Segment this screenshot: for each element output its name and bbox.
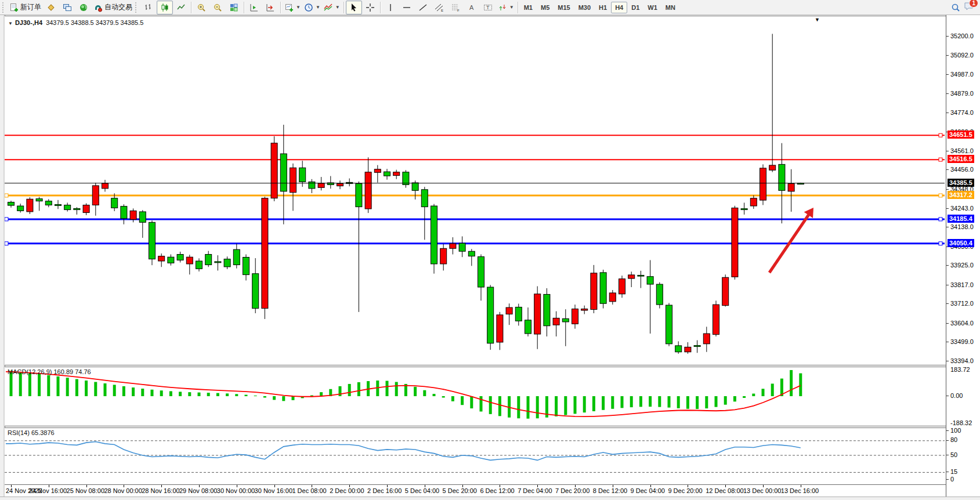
svg-text:A: A <box>469 4 474 11</box>
trendline-icon <box>418 3 428 12</box>
price-tick <box>946 55 949 56</box>
timeframe-m1[interactable]: M1 <box>520 2 537 13</box>
trendline-tool-button[interactable] <box>415 1 431 15</box>
price-tick-label: 35200.0 <box>950 32 974 39</box>
rsi-tick <box>946 455 949 455</box>
time-label: 28 Nov 16:00 <box>142 487 179 494</box>
fibonacci-tool-button[interactable]: F <box>447 1 464 15</box>
package-button[interactable] <box>43 1 59 15</box>
new-order-button[interactable]: 新订单 <box>8 1 43 15</box>
equidistant-channel-icon: E <box>435 3 444 12</box>
status-bar <box>0 497 980 500</box>
new-chart-icon <box>284 3 294 12</box>
mt4-window: 新订单 自动交易 <box>0 0 980 500</box>
time-label: 7 Dec 20:00 <box>555 487 590 494</box>
time-label: 24 Nov 16:00 <box>29 487 67 494</box>
chevron-down-icon: ▼ <box>335 5 340 10</box>
zoom-in-icon <box>197 3 206 12</box>
timeframe-h4[interactable]: H4 <box>611 2 627 13</box>
timeframe-m5[interactable]: M5 <box>537 2 554 13</box>
price-tick <box>946 323 949 324</box>
time-label: 12 Dec 08:00 <box>706 487 743 494</box>
toolbar-grip[interactable] <box>135 2 139 13</box>
notifications-button[interactable]: 1 <box>964 2 974 13</box>
toolbar-grip[interactable] <box>2 2 6 13</box>
price-chart-panel[interactable]: ▼DJ30-,H4 34379.5 34388.5 34379.5 34385.… <box>5 16 946 365</box>
chevron-down-icon: ▼ <box>316 5 320 10</box>
fibonacci-icon: F <box>451 3 460 12</box>
rsi-indicator-panel[interactable]: RSI(14) 65.3876 <box>5 427 946 485</box>
indicators-button[interactable]: ▼ <box>322 1 342 15</box>
clock-icon <box>304 3 313 12</box>
collapse-ohlc-icon[interactable]: ▼ <box>8 21 13 26</box>
zoom-out-button[interactable] <box>209 1 226 15</box>
cursor-icon <box>349 3 359 12</box>
text-icon: A <box>467 3 476 12</box>
market-watch-button[interactable] <box>59 1 75 15</box>
candlestick-mode-button[interactable] <box>157 1 173 15</box>
tile-windows-button[interactable] <box>226 1 242 15</box>
text-label-icon: T <box>483 3 493 12</box>
price-tick-label: 34243.0 <box>950 205 974 212</box>
bar-chart-icon <box>144 3 153 12</box>
rsi-line <box>6 441 801 460</box>
indicators-icon <box>324 3 333 12</box>
text-tool-button[interactable]: A <box>464 1 480 15</box>
macd-indicator-panel[interactable]: MACD(12,26,9) 160.89 74.76 <box>5 367 946 426</box>
auto-trading-icon <box>93 3 103 12</box>
rsi-canvas[interactable] <box>5 428 945 484</box>
macd-canvas[interactable] <box>5 367 945 426</box>
crosshair-icon <box>366 3 375 12</box>
hline-34516.5[interactable] <box>5 158 945 161</box>
timeframe-m30[interactable]: M30 <box>574 2 595 13</box>
hline-34651.5[interactable] <box>5 133 945 137</box>
cursor-tool-button[interactable] <box>346 1 362 15</box>
line-chart-mode-button[interactable] <box>173 1 189 15</box>
new-chart-button[interactable]: ▼ <box>283 1 302 15</box>
timeframe-h1[interactable]: H1 <box>595 2 611 13</box>
auto-trading-button[interactable]: 自动交易 <box>92 1 134 15</box>
horizontal-line-tool-button[interactable] <box>399 1 415 15</box>
time-label: 2 Dec 00:00 <box>330 487 364 494</box>
price-tick <box>946 265 949 266</box>
annotation-arrow[interactable] <box>769 208 813 273</box>
search-icon[interactable] <box>951 3 960 12</box>
channel-tool-button[interactable]: E <box>431 1 447 15</box>
timeframe-mn[interactable]: MN <box>661 2 679 13</box>
chart-shift-icon <box>266 3 275 12</box>
hline-34050.4[interactable] <box>5 242 945 245</box>
periods-button[interactable]: ▼ <box>302 1 322 15</box>
timeframe-w1[interactable]: W1 <box>643 2 661 13</box>
scroll-to-end-icon[interactable]: ▼ <box>815 17 820 23</box>
chart-shift-button[interactable] <box>262 1 279 15</box>
price-tick <box>946 169 949 170</box>
time-axis[interactable]: 24 Nov 202224 Nov 16:0025 Nov 08:0028 No… <box>5 485 946 497</box>
time-label: 6 Dec 12:00 <box>480 487 514 494</box>
hline-34317.2[interactable] <box>5 194 945 197</box>
signals-button[interactable] <box>75 1 92 15</box>
macd-axis-label: 0.00 <box>950 392 963 399</box>
price-tick-label: 34138.0 <box>950 223 974 230</box>
chart-region: ▼DJ30-,H4 34379.5 34388.5 34379.5 34385.… <box>5 15 946 497</box>
zoom-in-button[interactable] <box>193 1 209 15</box>
timeframe-m15[interactable]: M15 <box>554 2 574 13</box>
rsi-axis-label: 15 <box>950 468 957 475</box>
hline-price-badge: 34317.2 <box>948 191 974 199</box>
arrows-tool-button[interactable]: ▼ <box>496 1 516 15</box>
hline-price-badge: 34050.4 <box>948 239 974 247</box>
auto-scroll-button[interactable] <box>246 1 262 15</box>
timeframe-d1[interactable]: D1 <box>627 2 643 13</box>
hline-price-badge: 34516.5 <box>948 155 974 163</box>
rsi-axis-label: 0 <box>950 476 954 483</box>
price-axis[interactable]: 35200.035092.034987.034879.034774.034666… <box>946 15 980 497</box>
bar-chart-mode-button[interactable] <box>140 1 157 15</box>
crosshair-tool-button[interactable] <box>362 1 378 15</box>
rsi-label: RSI(14) 65.3876 <box>8 429 55 436</box>
rsi-tick <box>946 472 949 472</box>
price-tick <box>946 113 949 113</box>
text-label-tool-button[interactable]: T <box>480 1 496 15</box>
zoom-out-icon <box>213 3 222 12</box>
vertical-line-tool-button[interactable] <box>382 1 399 15</box>
price-tick-label: 33394.0 <box>950 357 974 364</box>
price-chart-canvas[interactable] <box>5 16 945 365</box>
